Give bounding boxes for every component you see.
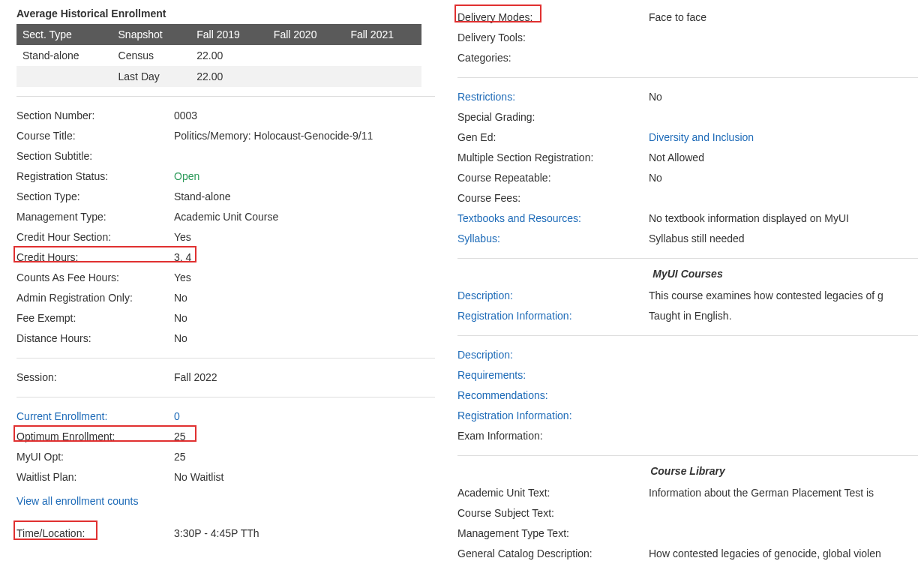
- academic-unit-label: Academic Unit Text:: [458, 485, 649, 501]
- cell: Census: [112, 45, 191, 66]
- optimum-enrollment-value: 25: [174, 429, 435, 445]
- description2-label[interactable]: Description:: [458, 347, 649, 363]
- divider: [16, 358, 435, 358]
- cell: 22.00: [190, 45, 268, 66]
- counts-fee-value: Yes: [174, 270, 435, 286]
- fees-value: [649, 190, 918, 206]
- description-label[interactable]: Description:: [458, 288, 649, 304]
- mgmt-type-value: Academic Unit Course: [174, 209, 435, 225]
- divider: [16, 397, 435, 398]
- restrictions-value: No: [649, 89, 918, 105]
- highlight-credit-hours: [14, 246, 196, 262]
- exam-info-label: Exam Information:: [458, 428, 649, 444]
- fee-exempt-value: No: [174, 310, 435, 326]
- general-catalog-value: How contested legacies of genocide, glob…: [649, 546, 918, 562]
- delivery-tools-label: Delivery Tools:: [458, 30, 649, 46]
- repeatable-value: No: [649, 170, 918, 186]
- myui-opt-label: MyUI Opt:: [16, 449, 174, 465]
- categories-value: [649, 50, 918, 66]
- mgmt-type-label: Management Type:: [16, 209, 174, 225]
- general-catalog-label: General Catalog Description:: [458, 546, 649, 562]
- th-fall2020: Fall 2020: [268, 24, 345, 45]
- section-type-label: Section Type:: [16, 189, 174, 205]
- cell: [268, 66, 345, 87]
- table-row: Last Day 22.00: [16, 66, 422, 87]
- th-snapshot: Snapshot: [112, 24, 191, 45]
- session-label: Session:: [16, 370, 174, 386]
- cell: Stand-alone: [16, 45, 112, 66]
- divider: [458, 77, 918, 78]
- repeatable-label: Course Repeatable:: [458, 170, 649, 186]
- current-enrollment-label[interactable]: Current Enrollment:: [16, 409, 174, 424]
- gen-ed-value[interactable]: Diversity and Inclusion: [649, 130, 918, 146]
- course-subject-label: Course Subject Text:: [458, 506, 649, 521]
- reg-info-label[interactable]: Registration Information:: [458, 308, 649, 324]
- counts-fee-label: Counts As Fee Hours:: [16, 270, 174, 286]
- waitlist-value: No Waitlist: [174, 470, 435, 485]
- divider: [458, 335, 918, 336]
- reg-info2-label[interactable]: Registration Information:: [458, 408, 649, 424]
- cell: 22.00: [190, 66, 268, 87]
- course-subject-value: [649, 506, 918, 521]
- textbooks-value: No textbook information displayed on MyU…: [649, 211, 918, 226]
- delivery-tools-value: [649, 30, 918, 46]
- recommendations-label[interactable]: Recommendations:: [458, 388, 649, 404]
- view-all-enrollment-link[interactable]: View all enrollment counts: [16, 495, 138, 507]
- mgmt-type-text-value: [649, 526, 918, 542]
- myui-opt-value: 25: [174, 449, 435, 465]
- distance-value: No: [174, 331, 435, 346]
- table-row: Stand-alone Census 22.00: [16, 45, 422, 66]
- requirements-label[interactable]: Requirements:: [458, 368, 649, 383]
- session-value: Fall 2022: [174, 370, 435, 386]
- categories-label: Categories:: [458, 50, 649, 66]
- th-fall2019: Fall 2019: [190, 24, 268, 45]
- admin-reg-value: No: [174, 290, 435, 306]
- mgmt-type-text-label: Management Type Text:: [458, 526, 649, 542]
- course-library-header: Course Library: [458, 465, 918, 477]
- syllabus-label[interactable]: Syllabus:: [458, 231, 649, 247]
- section-number-label: Section Number:: [16, 108, 174, 124]
- multi-reg-label: Multiple Section Registration:: [458, 150, 649, 166]
- textbooks-label[interactable]: Textbooks and Resources:: [458, 211, 649, 226]
- reg-info-value: Taught in English.: [649, 308, 918, 324]
- section-subtitle-label: Section Subtitle:: [16, 148, 174, 164]
- fees-label: Course Fees:: [458, 190, 649, 206]
- section-number-value: 0003: [174, 108, 435, 124]
- cell: [16, 66, 112, 87]
- delivery-modes-value: Face to face: [649, 10, 918, 26]
- cell: Last Day: [112, 66, 191, 87]
- academic-unit-value: Information about the German Placement T…: [649, 485, 918, 501]
- course-title-label: Course Title:: [16, 128, 174, 144]
- divider: [458, 258, 918, 259]
- special-grading-value: [649, 110, 918, 125]
- waitlist-label: Waitlist Plan:: [16, 470, 174, 485]
- time-location-value: 3:30P - 4:45P TTh: [174, 526, 435, 542]
- fee-exempt-label: Fee Exempt:: [16, 310, 174, 326]
- credit-hour-section-label: Credit Hour Section:: [16, 230, 174, 245]
- highlight-delivery-modes: [454, 4, 542, 22]
- divider: [16, 96, 435, 97]
- th-sect-type: Sect. Type: [16, 24, 112, 45]
- credit-hour-section-value: Yes: [174, 230, 435, 245]
- multi-reg-value: Not Allowed: [649, 150, 918, 166]
- syllabus-value: Syllabus still needed: [649, 231, 918, 247]
- section-type-value: Stand-alone: [174, 189, 435, 205]
- divider: [458, 455, 918, 456]
- gen-ed-label: Gen Ed:: [458, 130, 649, 146]
- historical-enrollment-title: Average Historical Enrollment: [16, 8, 435, 20]
- highlight-optimum-enrollment: [14, 425, 196, 442]
- current-enrollment-value[interactable]: 0: [174, 409, 435, 424]
- enrollment-table: Sect. Type Snapshot Fall 2019 Fall 2020 …: [16, 24, 422, 87]
- special-grading-label: Special Grading:: [458, 110, 649, 125]
- distance-label: Distance Hours:: [16, 331, 174, 346]
- reg-status-value: Open: [174, 169, 435, 184]
- cell: [344, 45, 422, 66]
- reg-status-label: Registration Status:: [16, 169, 174, 184]
- description-value: This course examines how contested legac…: [649, 288, 918, 304]
- cell: [268, 45, 345, 66]
- cell: [344, 66, 422, 87]
- restrictions-label[interactable]: Restrictions:: [458, 89, 649, 105]
- myui-courses-header: MyUI Courses: [458, 268, 918, 280]
- course-title-value: Politics/Memory: Holocaust-Genocide-9/11: [174, 128, 435, 144]
- th-fall2021: Fall 2021: [344, 24, 422, 45]
